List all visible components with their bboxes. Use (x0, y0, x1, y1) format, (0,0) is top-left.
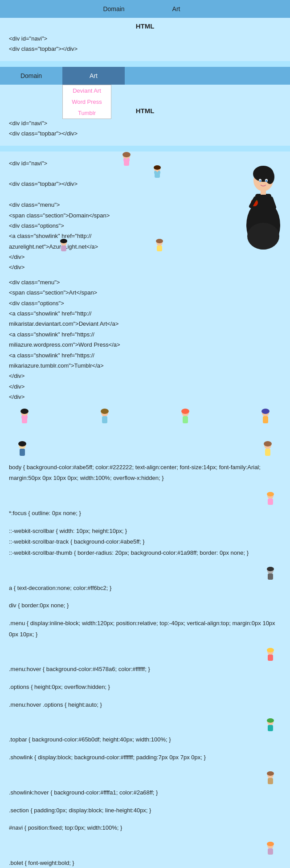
svg-point-46 (18, 441, 26, 446)
css-section: body { background-color:#abe5ff; color:#… (0, 434, 290, 868)
svg-rect-41 (183, 416, 188, 423)
nav-domain-2[interactable]: Domain (0, 67, 62, 85)
main-code-0: <div id="navi"> (9, 158, 228, 168)
sprite-14 (264, 718, 277, 733)
dropdown-wordpress[interactable]: Word Press (63, 96, 111, 107)
css-line-13: .showlink:hover { background-color:#ffff… (9, 787, 281, 798)
svg-point-19 (127, 158, 130, 162)
html-box-2: HTML <div id="navi"> <div class="topbar"… (0, 85, 290, 146)
main-code-11: <div class="options"> (9, 298, 228, 308)
main-code-18: </div> (9, 371, 228, 381)
section2-nav-wrapper: Domain Art Deviant Art Word Press Tumblr (0, 67, 290, 85)
main-code-16: <a class="showlink" href="https:// (9, 350, 228, 360)
main-code-6: azurelight.net">AzureLight.net</a> (9, 242, 228, 252)
sprite-row-inline-6 (13, 841, 277, 857)
main-code-3: <span class="section">Domain</span> (9, 210, 228, 221)
dropdown-tumblr[interactable]: Tumblr (63, 107, 111, 119)
svg-point-26 (60, 239, 67, 243)
svg-rect-1 (255, 194, 271, 221)
svg-point-40 (181, 409, 189, 414)
sprite-4 (154, 238, 165, 254)
css-line-10: .menu:hover .options { height:auto; } (9, 700, 281, 711)
nav-art-1[interactable]: Art (145, 0, 208, 18)
svg-point-32 (20, 409, 29, 414)
main-code-13: mikaristar.deviantart.com">Deviant Art</… (9, 319, 228, 329)
svg-rect-50 (265, 449, 270, 456)
nav-art-2[interactable]: Art (62, 67, 125, 85)
svg-rect-68 (268, 848, 273, 855)
code-line-2-1: <div id="navi"> (9, 118, 281, 128)
dropdown-deviant-art[interactable]: Deviant Art (63, 85, 111, 96)
css-line-9: .options { height:0px; overflow:hidden; … (9, 682, 281, 693)
character-figure (241, 154, 286, 252)
svg-point-16 (123, 152, 131, 157)
svg-rect-27 (61, 246, 66, 251)
sprite-13 (264, 647, 277, 663)
svg-rect-53 (268, 499, 273, 505)
sprite-7 (179, 408, 192, 425)
sprite-12 (264, 566, 277, 582)
sprite-6 (98, 408, 111, 425)
svg-rect-44 (263, 416, 268, 423)
sprite-16 (264, 841, 277, 857)
svg-rect-38 (102, 416, 107, 423)
svg-point-61 (267, 718, 274, 723)
svg-point-24 (158, 171, 160, 174)
main-code-20: </div> (9, 392, 228, 402)
svg-point-49 (264, 441, 272, 446)
code-line-1-2: <div class="topbar"></div> (9, 44, 281, 54)
sprite-row-inline-5 (13, 771, 277, 786)
main-code-7: </div> (9, 252, 228, 262)
sprite-row-inline-1 (13, 491, 277, 507)
svg-rect-59 (268, 655, 273, 661)
svg-rect-65 (268, 778, 273, 784)
main-code-8: </div> (9, 262, 228, 272)
sprite-row-inline-2 (13, 566, 277, 582)
main-code-1: <div class="topbar"></div> (9, 179, 228, 189)
code-line-2-2: <div class="topbar"></div> (9, 128, 281, 139)
css-line-4: ::-webkit-scrollbar-thumb { border-radiu… (9, 548, 281, 559)
svg-point-35 (25, 415, 28, 419)
section1-nav: Domain Art (0, 0, 290, 18)
sprite-9 (16, 441, 29, 458)
svg-point-14 (247, 223, 279, 250)
code-line-1-1: <div id="navi"> (9, 33, 281, 44)
css-line-15: #navi { position:fixed; top:0px; width:1… (9, 823, 281, 834)
main-code-5: <a class="showlink" href="http:// (9, 231, 228, 241)
css-line-7: .menu { display:inline-block; width:120p… (9, 618, 281, 640)
svg-point-34 (21, 415, 24, 419)
sprite-5 (18, 408, 31, 425)
svg-rect-47 (20, 449, 25, 456)
svg-point-67 (267, 842, 274, 846)
main-code-19: </div> (9, 381, 228, 392)
topbar-2: Domain Art (0, 67, 290, 85)
main-code-15: miliazure.wordpress.com">Word Press</a> (9, 340, 228, 350)
css-line-12: .showlink { display:block; background-co… (9, 752, 281, 763)
main-code-block-2: <div class="menu"> <span class="section"… (9, 277, 281, 402)
svg-rect-62 (268, 725, 273, 731)
main-content: <div id="navi"> <div class="topbar"></di… (0, 151, 290, 434)
sprite-1 (120, 151, 133, 168)
sprite-11 (264, 491, 277, 507)
svg-point-9 (265, 180, 267, 182)
svg-point-37 (101, 409, 109, 414)
sprite-2 (151, 165, 163, 181)
main-code-10: <span class="section">Art</span> (9, 287, 228, 298)
main-code-12: <a class="showlink" href="http:// (9, 308, 228, 319)
svg-point-18 (123, 158, 126, 162)
topbar-1: Domain Art (0, 0, 290, 18)
main-code-9: <div class="menu"> (9, 277, 228, 287)
html-title-2: HTML (9, 107, 281, 115)
css-line-11: .topbar { background-color:#65b0df; heig… (9, 734, 281, 745)
art-dropdown: Deviant Art Word Press Tumblr (62, 85, 111, 119)
css-line-0: body { background-color:#abe5ff; color:#… (9, 462, 281, 484)
nav-domain-1[interactable]: Domain (83, 0, 145, 18)
main-code-block: <div id="navi"> <div class="topbar"></di… (9, 158, 281, 273)
svg-rect-30 (157, 246, 162, 251)
css-line-2: ::-webkit-scrollbar { width: 10px; heigh… (9, 526, 281, 537)
sprite-row-bottom (9, 406, 281, 427)
svg-point-21 (154, 165, 161, 170)
css-line-1: *:focus { outline: 0px none; } (9, 508, 281, 519)
css-line-8: .menu:hover { background-color:#4578a6; … (9, 664, 281, 675)
svg-point-64 (267, 771, 274, 776)
